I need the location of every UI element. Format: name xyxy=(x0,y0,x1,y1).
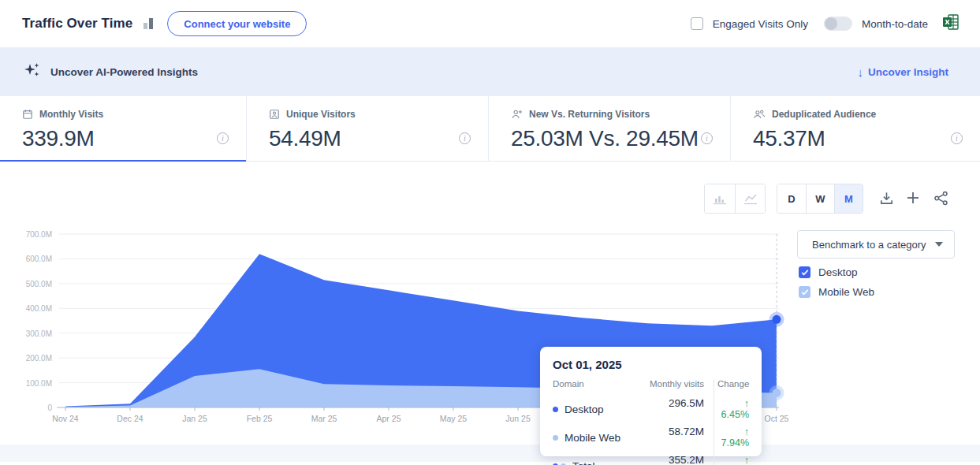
card-label: New Vs. Returning Visitors xyxy=(529,109,650,120)
unique-visitor-icon xyxy=(269,109,280,120)
card-label: Monthly Visits xyxy=(39,109,103,120)
uncover-insight-label: Uncover Insight xyxy=(868,66,948,78)
y-axis-label: 200.0M xyxy=(5,354,52,363)
y-axis-label: 300.0M xyxy=(5,329,52,338)
month-to-date-label: Month-to-date xyxy=(862,18,928,30)
card-new-vs-returning[interactable]: New Vs. Returning Visitors 25.03M Vs. 29… xyxy=(489,96,731,162)
monthly-visits-value: 339.9M xyxy=(22,126,227,151)
line-chart-icon[interactable] xyxy=(735,184,765,213)
granularity-switch: D W M xyxy=(777,184,863,214)
y-axis-label: 400.0M xyxy=(5,304,52,313)
y-axis-label: 600.0M xyxy=(5,255,52,263)
benchmark-dropdown-label: Benchmark to a category xyxy=(812,239,926,251)
up-arrow-icon: ↑ xyxy=(744,426,749,437)
chevron-down-icon xyxy=(935,242,943,247)
ai-insights-bar: Uncover AI-Powered Insights ↓ Uncover In… xyxy=(0,47,980,96)
tooltip-desktop-value: 296.5M xyxy=(638,395,704,423)
page-header: Traffic Over Time Connect your website E… xyxy=(0,0,980,47)
next-section-edge xyxy=(0,462,980,465)
engaged-visits-label: Engaged Visits Only xyxy=(713,18,808,30)
desktop-dot xyxy=(553,407,558,412)
legend-item-desktop[interactable]: Desktop xyxy=(799,266,858,278)
benchmark-category-dropdown[interactable]: Benchmark to a category xyxy=(797,230,955,259)
chart-tooltip: Oct 01, 2025 Domain Monthly visits Chang… xyxy=(540,347,762,456)
info-icon[interactable]: i xyxy=(217,132,229,144)
granularity-monthly-button[interactable]: M xyxy=(834,184,863,213)
card-label: Unique Visitors xyxy=(286,109,356,120)
plus-icon[interactable] xyxy=(904,188,922,207)
info-icon[interactable]: i xyxy=(701,132,713,144)
x-axis-label: Jun 25 xyxy=(493,414,543,423)
download-icon[interactable] xyxy=(877,188,896,207)
x-axis-label: Mar 25 xyxy=(299,414,349,423)
mobile-web-point-marker xyxy=(773,389,781,397)
tooltip-col-domain: Domain xyxy=(553,379,638,395)
tooltip-mobile-value: 58.72M xyxy=(638,423,704,452)
tooltip-total-change: ↑ 6.69% xyxy=(714,452,749,465)
chart-type-switch xyxy=(704,184,766,214)
info-icon[interactable]: i xyxy=(951,132,963,144)
x-axis-label: May 25 xyxy=(428,414,479,423)
x-axis-label: Apr 25 xyxy=(363,414,414,423)
mobile-web-checkbox[interactable] xyxy=(799,286,810,298)
page-title: Traffic Over Time xyxy=(22,16,132,32)
tooltip-date: Oct 01, 2025 xyxy=(553,358,749,371)
people-icon xyxy=(753,109,766,120)
toggle-knob xyxy=(825,17,837,30)
info-icon[interactable]: i xyxy=(459,132,471,144)
tooltip-mobile-change: ↑ 7.94% xyxy=(714,423,749,452)
sparkles-icon xyxy=(24,61,41,82)
card-monthly-visits[interactable]: Monthly Visits 339.9M i xyxy=(0,96,247,162)
connect-website-button[interactable]: Connect your website xyxy=(167,11,307,36)
person-plus-icon xyxy=(511,109,523,120)
x-axis-label: Dec 24 xyxy=(105,414,155,423)
engaged-visits-checkbox[interactable] xyxy=(691,17,703,30)
bar-chart-icon[interactable] xyxy=(705,184,735,213)
up-arrow-icon: ↑ xyxy=(744,398,749,409)
excel-export-icon[interactable] xyxy=(942,14,960,33)
ai-insights-label: Uncover AI-Powered Insights xyxy=(50,66,198,78)
unique-visitors-value: 54.49M xyxy=(269,126,469,151)
metric-cards-row: Monthly Visits 339.9M i Unique Visitors … xyxy=(0,96,980,162)
tooltip-col-visits: Monthly visits xyxy=(638,379,704,395)
desktop-point-marker xyxy=(773,315,781,324)
tooltip-desktop-change: ↑ 6.45% xyxy=(714,395,749,423)
card-label: Deduplicated Audience xyxy=(772,109,876,120)
month-to-date-toggle[interactable] xyxy=(824,17,852,31)
x-axis-label: Feb 25 xyxy=(234,414,285,423)
desktop-checkbox[interactable] xyxy=(799,266,810,278)
y-axis-label: 700.0M xyxy=(5,230,52,239)
x-axis-label: Jan 25 xyxy=(170,414,220,423)
granularity-weekly-button[interactable]: W xyxy=(806,184,834,213)
tooltip-row-total: Total xyxy=(553,452,638,465)
x-axis-label: Nov 24 xyxy=(40,414,91,423)
uncover-insight-link[interactable]: ↓ Uncover Insight xyxy=(857,65,948,79)
deduplicated-audience-value: 45.37M xyxy=(753,126,961,151)
granularity-daily-button[interactable]: D xyxy=(777,184,806,213)
traffic-over-time-page: Traffic Over Time Connect your website E… xyxy=(0,0,980,465)
mobile-web-dot xyxy=(553,435,558,441)
card-deduplicated-audience[interactable]: Deduplicated Audience 45.37M i xyxy=(731,96,980,162)
bar-chart-mini-icon xyxy=(143,18,153,29)
legend-item-mobile-web[interactable]: Mobile Web xyxy=(799,286,874,298)
share-icon[interactable] xyxy=(931,188,950,207)
legend-label-desktop: Desktop xyxy=(818,266,858,278)
y-axis-label: 100.0M xyxy=(5,379,52,388)
y-axis-label: 500.0M xyxy=(5,280,52,288)
legend-label-mobile-web: Mobile Web xyxy=(818,286,874,298)
tooltip-total-value: 355.2M xyxy=(638,452,704,465)
calendar-icon xyxy=(22,109,33,120)
up-arrow-icon: ↑ xyxy=(744,455,749,465)
tooltip-col-change: Change xyxy=(714,379,749,395)
new-vs-returning-value: 25.03M Vs. 29.45M xyxy=(511,126,711,151)
arrow-down-icon: ↓ xyxy=(857,65,863,79)
card-unique-visitors[interactable]: Unique Visitors 54.49M i xyxy=(247,96,489,162)
tooltip-row-mobile-web: Mobile Web xyxy=(553,423,638,452)
tooltip-row-desktop: Desktop xyxy=(553,395,638,423)
y-axis-label: 0 xyxy=(5,404,52,412)
